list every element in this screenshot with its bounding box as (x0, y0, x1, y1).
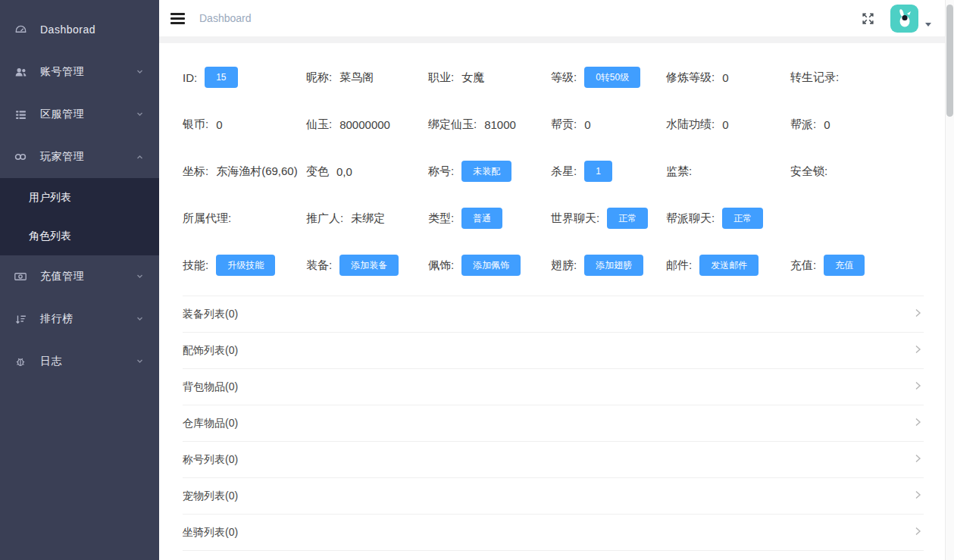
fullscreen-icon[interactable] (861, 11, 875, 26)
list-icon (12, 108, 29, 121)
sidebar-item-recharge[interactable]: 充值管理 (0, 255, 159, 298)
player-info: ID:15 昵称:菜鸟阁 职业:女魔 等级:0转50级 修炼等级:0 转生记录:… (183, 43, 924, 289)
topbar-divider (159, 36, 954, 43)
kill-star-label: 杀星: (551, 164, 577, 179)
sidebar-label: 用户列表 (29, 191, 71, 205)
sidebar-item-account[interactable]: 账号管理 (0, 51, 159, 93)
add-wings-button[interactable]: 添加翅膀 (584, 255, 643, 276)
chevron-down-icon (136, 271, 144, 283)
skill-label: 技能: (183, 258, 208, 273)
id-button[interactable]: 15 (205, 67, 237, 88)
sidebar-item-rank[interactable]: 排行榜 (0, 298, 159, 340)
equip-label: 装备: (306, 258, 332, 273)
chevron-right-icon (912, 343, 924, 358)
list-item-pet[interactable]: 宠物列表(0) (183, 478, 924, 515)
chevron-right-icon (912, 489, 924, 503)
sidebar-label: 日志 (40, 355, 62, 368)
list-label: 背包物品(0) (183, 380, 238, 394)
guild-contrib-label: 帮贡: (551, 117, 577, 132)
info-row: ID:15 昵称:菜鸟阁 职业:女魔 等级:0转50级 修炼等级:0 转生记录: (183, 54, 924, 101)
info-row: 银币:0 仙玉:80000000 绑定仙玉:81000 帮贡:0 水陆功绩:0 … (183, 101, 924, 148)
silver-label: 银币: (183, 117, 208, 132)
jade-label: 仙玉: (306, 117, 332, 132)
list-item-warehouse[interactable]: 仓库物品(0) (183, 405, 924, 442)
breadcrumb[interactable]: Dashboard (199, 12, 252, 24)
level-button[interactable]: 0转50级 (584, 67, 640, 88)
wings-label: 翅膀: (551, 258, 577, 273)
list-item-accessory[interactable]: 配饰列表(0) (183, 333, 924, 369)
color-change-value: 0,0 (336, 165, 352, 178)
scrollbar-thumb[interactable] (946, 5, 953, 117)
guild-value: 0 (824, 118, 830, 131)
chevron-down-icon (136, 66, 144, 78)
list-label: 装备列表(0) (183, 308, 238, 321)
guild-chat-label: 帮派聊天: (666, 211, 715, 226)
sidebar-item-role-list[interactable]: 角色列表 (0, 217, 159, 255)
title-label: 称号: (428, 164, 454, 179)
list-item-mount[interactable]: 坐骑列表(0) (183, 515, 924, 551)
list-item-title[interactable]: 称号列表(0) (183, 442, 924, 478)
upgrade-skill-button[interactable]: 升级技能 (216, 255, 275, 276)
chevron-right-icon (912, 416, 924, 430)
job-label: 职业: (428, 70, 454, 85)
recharge-label: 充值: (790, 258, 816, 273)
type-button[interactable]: 普通 (461, 208, 502, 229)
merit-label: 水陆功绩: (666, 117, 715, 132)
user-menu-caret-icon[interactable] (925, 23, 931, 27)
money-icon (12, 270, 29, 283)
title-button[interactable]: 未装配 (461, 161, 511, 182)
accessory-label: 佩饰: (428, 258, 454, 273)
sidebar-label: 账号管理 (40, 65, 84, 79)
chevron-down-icon (136, 313, 144, 325)
sort-icon (12, 313, 29, 326)
nickname-label: 昵称: (306, 70, 332, 85)
chevron-right-icon (912, 380, 924, 394)
sidebar-item-dashboard[interactable]: Dashborad (0, 8, 159, 51)
topbar: Dashboard (159, 0, 954, 36)
add-equip-button[interactable]: 添加装备 (339, 255, 399, 276)
send-mail-button[interactable]: 发送邮件 (699, 255, 759, 276)
chevron-up-icon (136, 151, 144, 163)
list-label: 配饰列表(0) (183, 344, 238, 358)
page-scrollbar[interactable] (945, 0, 954, 560)
kill-star-button[interactable]: 1 (584, 161, 612, 182)
guild-chat-button[interactable]: 正常 (722, 208, 763, 229)
mail-label: 邮件: (666, 258, 692, 273)
sidebar-item-player[interactable]: 玩家管理 (0, 136, 159, 178)
world-chat-button[interactable]: 正常 (607, 208, 648, 229)
main-area: Dashboard ID:15 昵称:菜鸟阁 职业:女魔 等级:0转50 (159, 0, 954, 560)
jail-label: 监禁: (666, 164, 692, 179)
sidebar-item-log[interactable]: 日志 (0, 340, 159, 383)
job-value: 女魔 (461, 70, 484, 85)
link-icon (12, 150, 29, 164)
cultivation-value: 0 (722, 71, 728, 84)
guild-contrib-value: 0 (584, 118, 590, 131)
avatar[interactable] (890, 5, 918, 33)
bound-jade-label: 绑定仙玉: (428, 117, 477, 132)
promoter-value: 未绑定 (351, 211, 385, 226)
list-item-equip[interactable]: 装备列表(0) (183, 296, 924, 333)
add-accessory-button[interactable]: 添加佩饰 (461, 255, 521, 276)
users-icon (12, 66, 29, 79)
jade-value: 80000000 (339, 118, 390, 131)
level-label: 等级: (551, 70, 577, 85)
recharge-button[interactable]: 充值 (824, 255, 865, 276)
info-row: 坐标:东海渔村(69,60) 变色0,0 称号:未装配 杀星:1 监禁: 安全锁… (183, 148, 924, 195)
collapsible-lists: 装备列表(0) 配饰列表(0) 背包物品(0) 仓库物品(0) 称号列表(0) (183, 296, 924, 551)
dashboard-icon (12, 23, 29, 36)
merit-value: 0 (722, 118, 728, 131)
silver-value: 0 (216, 118, 222, 131)
sidebar-label: 角色列表 (29, 230, 71, 243)
list-label: 坐骑列表(0) (183, 526, 238, 540)
sidebar-item-server[interactable]: 区服管理 (0, 93, 159, 136)
menu-toggle-icon[interactable] (170, 13, 185, 24)
sidebar-label: 充值管理 (40, 270, 84, 283)
sidebar-label: 玩家管理 (40, 150, 84, 164)
info-row: 所属代理: 推广人:未绑定 类型:普通 世界聊天:正常 帮派聊天:正常 (183, 195, 924, 242)
bound-jade-value: 81000 (484, 118, 516, 131)
sidebar-label: Dashborad (40, 23, 95, 36)
promoter-label: 推广人: (306, 211, 343, 226)
list-item-backpack[interactable]: 背包物品(0) (183, 369, 924, 405)
sidebar-item-user-list[interactable]: 用户列表 (0, 178, 159, 217)
info-row: 技能:升级技能 装备:添加装备 佩饰:添加佩饰 翅膀:添加翅膀 邮件:发送邮件 … (183, 242, 924, 289)
